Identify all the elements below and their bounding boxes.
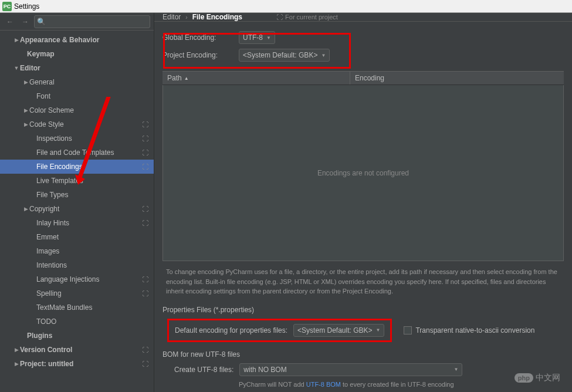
watermark: php 中文网	[515, 373, 560, 383]
chevron-right-icon: ›	[185, 14, 187, 21]
nav-back-button[interactable]: ←	[4, 15, 16, 28]
info-text: To change encoding PyCharm uses for a fi…	[154, 261, 572, 302]
sidebar-item-editor[interactable]: ▼Editor	[0, 61, 154, 75]
sidebar-item-file-encodings[interactable]: File Encodings⛶	[0, 160, 154, 174]
column-encoding[interactable]: Encoding	[350, 72, 564, 85]
sidebar-item-label: Copyright	[29, 205, 141, 213]
sidebar-item-inspections[interactable]: Inspections⛶	[0, 131, 154, 146]
search-icon: 🔍	[37, 18, 46, 26]
tree-arrow-icon: ▶	[22, 121, 29, 127]
sidebar-item-label: Plugins	[27, 332, 141, 340]
sidebar-item-live-templates[interactable]: Live Templates	[0, 174, 154, 188]
sidebar-item-spelling[interactable]: Spelling⛶	[0, 286, 154, 300]
sidebar-item-code-style[interactable]: ▶Code Style⛶	[0, 117, 154, 131]
sidebar-item-label: Language Injections	[36, 275, 141, 283]
sidebar-item-project-untitled[interactable]: ▶Project: untitled⛶	[0, 357, 154, 371]
sidebar-item-inlay-hints[interactable]: Inlay Hints⛶	[0, 216, 154, 230]
chevron-down-icon: ▼	[266, 35, 271, 40]
sidebar-item-label: TODO	[36, 317, 141, 326]
sidebar-item-label: Keymap	[27, 50, 141, 58]
sidebar-item-color-scheme[interactable]: ▶Color Scheme	[0, 103, 154, 117]
sidebar-item-label: Images	[36, 247, 141, 255]
sidebar-item-copyright[interactable]: ▶Copyright⛶	[0, 202, 154, 216]
sidebar-item-version-control[interactable]: ▶Version Control⛶	[0, 343, 154, 357]
sidebar-item-images[interactable]: Images	[0, 244, 154, 258]
sidebar-item-language-injections[interactable]: Language Injections⛶	[0, 272, 154, 286]
sidebar-item-file-types[interactable]: File Types	[0, 188, 154, 202]
scope-icon: ⛶	[141, 290, 149, 297]
content-panel: Editor › File Encodings ⛶ For current pr…	[154, 13, 572, 392]
sort-asc-icon: ▲	[184, 76, 189, 81]
tree-arrow-icon: ▶	[13, 361, 20, 367]
sidebar-item-general[interactable]: ▶General	[0, 75, 154, 89]
tree-arrow-icon: ▶	[13, 37, 20, 43]
sidebar-item-label: Color Scheme	[29, 106, 141, 114]
sidebar-item-appearance-behavior[interactable]: ▶Appearance & Behavior	[0, 33, 154, 47]
tree-arrow-icon: ▶	[22, 79, 29, 85]
sidebar-item-intentions[interactable]: Intentions	[0, 258, 154, 272]
scope-icon: ⛶	[141, 135, 149, 142]
app-icon: PC	[2, 2, 12, 11]
window-titlebar: PC Settings	[0, 0, 572, 13]
project-encoding-label: Project Encoding:	[163, 51, 233, 59]
sidebar-item-label: Editor	[20, 64, 141, 72]
breadcrumb-parent[interactable]: Editor	[163, 13, 181, 21]
tree-arrow-icon: ▼	[13, 65, 20, 71]
bom-section-title: BOM for new UTF-8 files	[163, 350, 564, 359]
sidebar-item-label: File and Code Templates	[36, 148, 141, 157]
transparent-conversion-checkbox[interactable]: Transparent native-to-ascii conversion	[404, 326, 534, 334]
sidebar-item-label: General	[29, 78, 141, 86]
sidebar-item-label: Project: untitled	[20, 360, 141, 368]
chevron-down-icon: ▼	[376, 327, 381, 333]
sidebar-item-todo[interactable]: TODO	[0, 315, 154, 329]
scope-icon: ⛶	[141, 360, 149, 367]
sidebar-item-font[interactable]: Font	[0, 89, 154, 103]
encoding-table-header: Path ▲ Encoding	[163, 71, 564, 85]
scope-icon: ⛶	[141, 276, 149, 283]
project-icon: ⛶	[276, 13, 283, 21]
properties-section-title: Properties Files (*.properties)	[163, 306, 564, 314]
project-encoding-dropdown[interactable]: <System Default: GBK> ▼	[239, 49, 330, 62]
sidebar-item-label: File Types	[36, 191, 141, 199]
sidebar-item-label: File Encodings	[36, 163, 141, 171]
tree-arrow-icon: ▶	[13, 347, 20, 353]
empty-state-text: Encodings are not configured	[317, 169, 409, 177]
bom-label: Create UTF-8 files:	[174, 366, 233, 374]
sidebar-item-label: Intentions	[36, 261, 141, 269]
column-path[interactable]: Path ▲	[163, 72, 350, 85]
tree-arrow-icon: ▶	[22, 107, 29, 113]
scope-icon: ⛶	[141, 219, 149, 227]
sidebar-item-plugins[interactable]: Plugins	[0, 329, 154, 343]
sidebar-item-label: Code Style	[29, 120, 141, 129]
sidebar-item-file-and-code-templates[interactable]: File and Code Templates⛶	[0, 146, 154, 160]
sidebar-item-label: Emmet	[36, 233, 141, 241]
sidebar-item-textmate-bundles[interactable]: TextMate Bundles	[0, 300, 154, 315]
encoding-table-body[interactable]: Encodings are not configured	[163, 85, 564, 261]
properties-encoding-label: Default encoding for properties files:	[175, 326, 287, 334]
properties-encoding-dropdown[interactable]: <System Default: GBK> ▼	[293, 324, 384, 337]
scope-icon: ⛶	[141, 346, 149, 353]
settings-sidebar: ← → 🔍 ▶Appearance & BehaviorKeymap▼Edito…	[0, 13, 154, 392]
breadcrumb-current: File Encodings	[192, 13, 242, 21]
scope-icon: ⛶	[141, 163, 149, 170]
scope-icon: ⛶	[141, 205, 149, 212]
window-title: Settings	[14, 2, 39, 11]
checkbox-icon	[404, 326, 412, 334]
sidebar-item-keymap[interactable]: Keymap	[0, 47, 154, 61]
sidebar-item-emmet[interactable]: Emmet	[0, 230, 154, 244]
project-scope-hint: ⛶ For current project	[276, 13, 338, 21]
bom-dropdown[interactable]: with NO BOM ▼	[239, 363, 462, 376]
bom-hint: PyCharm will NOT add UTF-8 BOM to every …	[163, 376, 564, 388]
global-encoding-dropdown[interactable]: UTF-8 ▼	[239, 31, 275, 44]
sidebar-item-label: Inlay Hints	[36, 219, 141, 227]
sidebar-item-label: Live Templates	[36, 177, 141, 185]
search-input[interactable]: 🔍	[34, 15, 150, 28]
sidebar-item-label: Spelling	[36, 289, 141, 298]
settings-tree: ▶Appearance & BehaviorKeymap▼Editor▶Gene…	[0, 31, 154, 392]
utf8-bom-link[interactable]: UTF-8 BOM	[306, 381, 341, 388]
sidebar-item-label: Version Control	[20, 346, 141, 354]
nav-forward-button[interactable]: →	[19, 15, 32, 28]
breadcrumb: Editor › File Encodings ⛶ For current pr…	[154, 13, 572, 22]
scope-icon: ⛶	[141, 149, 149, 156]
sidebar-item-label: Inspections	[36, 134, 141, 143]
